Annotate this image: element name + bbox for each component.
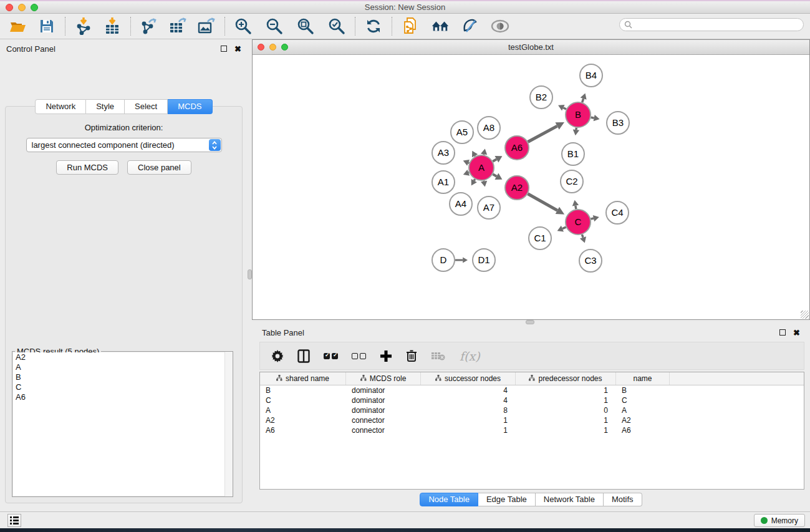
select-all-icon[interactable] (324, 353, 338, 359)
delete-table-icon[interactable] (431, 351, 446, 361)
cell-name[interactable]: C (616, 395, 670, 405)
cell-predecessor-nodes[interactable]: 1 (516, 385, 616, 395)
network-canvas[interactable]: AA1A2A3A4A5A6A7A8BB1B2B3B4CC1C2C3C4DD1 (253, 55, 809, 319)
import-network-icon[interactable] (74, 17, 93, 36)
edge-C-C2[interactable] (576, 206, 576, 210)
new-network-from-selection-icon[interactable] (401, 17, 420, 36)
zoom-selected-icon[interactable] (327, 17, 346, 36)
column-header-successor-nodes[interactable]: successor nodes (421, 372, 516, 385)
float-panel-icon[interactable] (221, 46, 227, 52)
result-scrollbar[interactable] (224, 352, 233, 496)
cell-name[interactable]: B (616, 385, 670, 395)
trash-icon[interactable] (406, 349, 417, 362)
search-input[interactable] (632, 21, 803, 29)
tab-mcds[interactable]: MCDS (168, 99, 212, 114)
cell-shared-name[interactable]: A (260, 405, 346, 415)
function-icon[interactable]: f(x) (460, 349, 480, 363)
cell-predecessor-nodes[interactable]: 0 (516, 405, 616, 415)
edge-A6-B[interactable] (528, 126, 557, 142)
edge-C-C4[interactable] (591, 218, 594, 219)
add-icon[interactable] (380, 350, 392, 362)
column-header-MCDS-role[interactable]: MCDS role (346, 372, 421, 385)
cell-shared-name[interactable]: A2 (260, 415, 346, 425)
cell-shared-name[interactable]: B (260, 385, 346, 395)
refresh-icon[interactable] (364, 17, 383, 36)
cell-shared-name[interactable]: A6 (260, 425, 346, 435)
tab-node-table[interactable]: Node Table (420, 493, 478, 506)
column-icon[interactable] (297, 349, 310, 363)
edge-A-A6[interactable] (493, 159, 496, 161)
table-float-icon[interactable] (779, 329, 786, 336)
table-close-icon[interactable]: ✖ (793, 329, 800, 337)
save-icon[interactable] (37, 17, 56, 36)
memory-button[interactable]: Memory (754, 514, 805, 527)
criterion-select[interactable]: largest connected component (directed) (26, 138, 222, 152)
edge-C-C3[interactable] (582, 235, 583, 238)
cell-successor-nodes[interactable]: 4 (421, 395, 516, 405)
table-row[interactable]: A2connector11A2 (260, 415, 804, 425)
show-details-eye-icon[interactable] (491, 17, 509, 36)
close-panel-button[interactable]: Close panel (127, 160, 191, 175)
cell-successor-nodes[interactable]: 8 (421, 405, 516, 415)
vertical-split-handle[interactable] (248, 269, 252, 279)
tab-network-table[interactable]: Network Table (536, 493, 604, 506)
export-image-icon[interactable] (197, 17, 216, 36)
tab-style[interactable]: Style (86, 99, 125, 114)
edge-A-A3[interactable] (468, 163, 469, 163)
horizontal-split-handle[interactable] (526, 320, 534, 324)
column-header-name[interactable]: name (616, 372, 670, 385)
cell-MCDS-role[interactable]: dominator (346, 385, 421, 395)
task-history-button[interactable] (7, 514, 21, 527)
table-row[interactable]: Cdominator41C (260, 395, 804, 405)
edge-A2-C[interactable] (528, 194, 557, 211)
edge-C-C1[interactable] (562, 227, 566, 228)
edge-A-A2[interactable] (493, 174, 496, 176)
table-row[interactable]: A6connector11A6 (260, 425, 804, 435)
zoom-out-icon[interactable] (265, 17, 284, 36)
zoom-in-icon[interactable] (234, 17, 253, 36)
cell-MCDS-role[interactable]: connector (346, 415, 421, 425)
cell-successor-nodes[interactable]: 4 (421, 385, 516, 395)
deselect-all-icon[interactable] (352, 353, 366, 359)
tab-edge-table[interactable]: Edge Table (478, 493, 536, 506)
cell-predecessor-nodes[interactable]: 1 (516, 415, 616, 425)
node-table[interactable]: shared nameMCDS rolesuccessor nodesprede… (259, 372, 804, 490)
tab-network[interactable]: Network (35, 99, 86, 114)
table-row[interactable]: Adominator80A (260, 405, 804, 415)
cell-shared-name[interactable]: C (260, 395, 346, 405)
cell-predecessor-nodes[interactable]: 1 (516, 395, 616, 405)
cell-MCDS-role[interactable]: connector (346, 425, 421, 435)
zoom-fit-icon[interactable] (296, 17, 315, 36)
edge-A-A4[interactable] (474, 179, 475, 180)
run-mcds-button[interactable]: Run MCDS (56, 160, 118, 175)
cell-MCDS-role[interactable]: dominator (346, 405, 421, 415)
result-item[interactable]: A6 (13, 392, 232, 402)
open-folder-icon[interactable] (9, 17, 27, 36)
cell-successor-nodes[interactable]: 1 (421, 425, 516, 435)
gear-icon[interactable] (271, 350, 284, 362)
table-row[interactable]: Bdominator41B (260, 385, 804, 395)
cell-MCDS-role[interactable]: dominator (346, 395, 421, 405)
result-item[interactable]: B (13, 372, 232, 382)
cybrowser-home-icon[interactable] (431, 17, 450, 36)
cell-predecessor-nodes[interactable]: 1 (516, 425, 616, 435)
cell-name[interactable]: A6 (616, 425, 670, 435)
edge-B-B2[interactable] (563, 108, 566, 109)
column-header-shared-name[interactable]: shared name (260, 372, 346, 385)
network-graph[interactable]: AA1A2A3A4A5A6A7A8BB1B2B3B4CC1C2C3C4DD1 (253, 55, 809, 319)
tab-motifs[interactable]: Motifs (604, 493, 642, 506)
export-table-icon[interactable] (168, 17, 187, 36)
close-panel-icon[interactable]: ✖ (234, 45, 241, 53)
cell-successor-nodes[interactable]: 1 (421, 415, 516, 425)
search-field[interactable] (619, 18, 804, 31)
cell-name[interactable]: A (616, 405, 670, 415)
result-item[interactable]: A2 (13, 352, 232, 362)
edge-B-B4[interactable] (582, 99, 584, 102)
cell-name[interactable]: A2 (616, 415, 670, 425)
mcds-result-list[interactable]: A2ABCA6 (13, 352, 232, 496)
export-network-icon[interactable] (140, 17, 158, 36)
column-header-predecessor-nodes[interactable]: predecessor nodes (516, 372, 616, 385)
edge-B-B3[interactable] (591, 117, 594, 118)
result-item[interactable]: A (13, 362, 232, 372)
network-window-titlebar[interactable]: testGlobe.txt (253, 40, 809, 55)
